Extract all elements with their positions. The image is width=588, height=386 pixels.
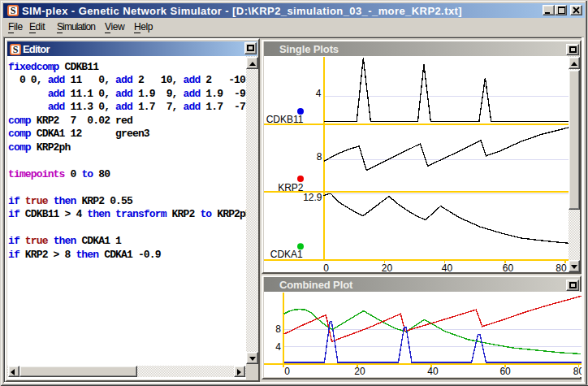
svg-text:12.9: 12.9 [303,192,322,203]
svg-text:0: 0 [284,366,290,377]
svg-text:CDKB11: CDKB11 [266,114,304,125]
svg-text:40: 40 [442,262,453,272]
svg-text:CDKA1: CDKA1 [270,249,303,260]
svg-text:8: 8 [275,323,281,335]
svg-text:20: 20 [382,262,393,272]
svg-text:0: 0 [323,262,329,272]
svg-text:4: 4 [275,341,281,353]
svg-text:60: 60 [499,366,511,377]
svg-text:80: 80 [556,262,567,272]
svg-text:4: 4 [316,88,322,99]
svg-text:60: 60 [503,262,514,272]
svg-text:8: 8 [317,151,322,163]
svg-text:80: 80 [573,366,582,377]
svg-text:40: 40 [427,366,439,377]
svg-text:KRP2: KRP2 [278,182,304,193]
svg-text:20: 20 [354,366,365,377]
